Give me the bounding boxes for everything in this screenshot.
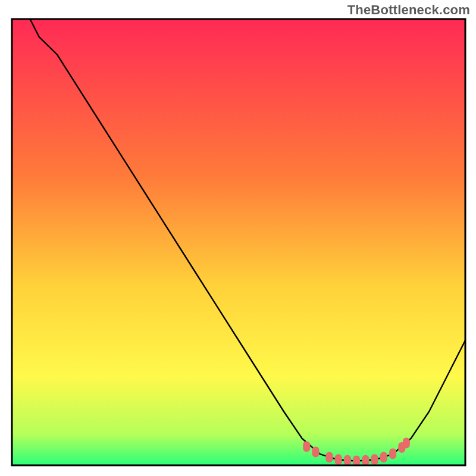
bottleneck-chart [0, 0, 476, 476]
optimal-marker [325, 452, 333, 463]
optimal-marker [371, 454, 378, 465]
optimal-marker [362, 455, 369, 466]
gradient-background [12, 19, 465, 465]
watermark-text: TheBottleneck.com [347, 2, 470, 18]
optimal-marker [303, 441, 310, 452]
optimal-marker [380, 452, 387, 463]
optimal-marker [403, 438, 410, 449]
optimal-marker [344, 455, 351, 466]
optimal-marker [389, 449, 396, 459]
optimal-marker [312, 447, 320, 458]
chart-container: TheBottleneck.com [0, 0, 476, 476]
optimal-marker [335, 454, 342, 465]
